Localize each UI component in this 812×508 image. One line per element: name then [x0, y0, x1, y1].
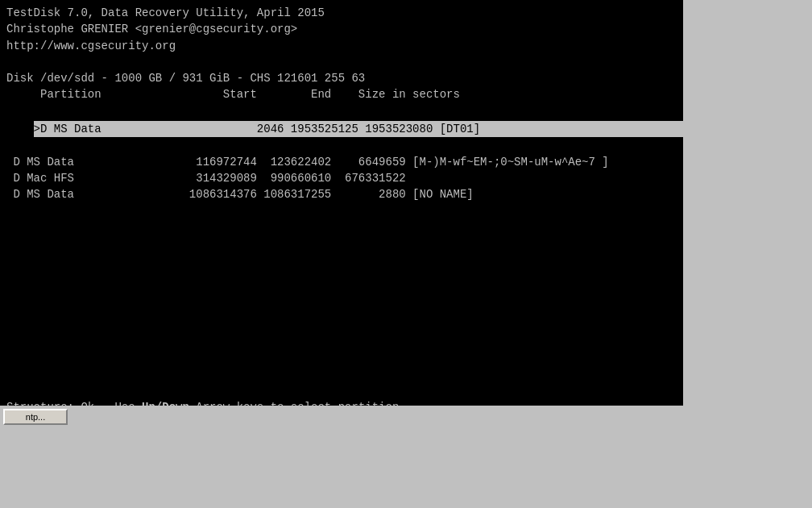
- partition-row-3[interactable]: D Mac HFS 314329089 990660610 676331522: [6, 170, 677, 186]
- blank-line-11: [6, 350, 677, 366]
- blank-line-4: [6, 235, 677, 252]
- status-line-1: Structure: Ok. Use Up/Down Arrow keys to…: [6, 399, 677, 406]
- selected-partition-highlight: >D MS Data 2046 1953525125 1953523080 [D…: [34, 121, 683, 137]
- partition-row-1-selected[interactable]: >D MS Data 2046 1953525125 1953523080 [D…: [6, 105, 677, 154]
- blank-line-9: [6, 318, 677, 334]
- header-line-3: http://www.cgsecurity.org: [6, 38, 677, 54]
- partition-row-2[interactable]: D MS Data 116972744 123622402 6649659 [M…: [6, 154, 677, 170]
- blank-line-2: [6, 203, 677, 219]
- header-line-1: TestDisk 7.0, Data Recovery Utility, Apr…: [6, 5, 677, 21]
- taskbar: ntp...: [0, 406, 812, 508]
- column-header: Partition Start End Size in sectors: [6, 86, 677, 102]
- taskbar-button[interactable]: ntp...: [3, 409, 68, 425]
- blank-line-5: [6, 252, 677, 268]
- blank-line-8: [6, 301, 677, 317]
- blank-line-6: [6, 269, 677, 285]
- blank-line-12: [6, 367, 677, 383]
- header-line-2: Christophe GRENIER <grenier@cgsecurity.o…: [6, 21, 677, 37]
- blank-line-10: [6, 334, 677, 350]
- terminal-window: TestDisk 7.0, Data Recovery Utility, Apr…: [0, 0, 683, 406]
- blank-line-7: [6, 285, 677, 301]
- blank-line-1: [6, 54, 677, 70]
- disk-info-line: Disk /dev/sdd - 1000 GB / 931 GiB - CHS …: [6, 70, 677, 86]
- blank-line-13: [6, 383, 677, 399]
- blank-line-3: [6, 219, 677, 235]
- partition-row-4[interactable]: D MS Data 1086314376 1086317255 2880 [NO…: [6, 186, 677, 202]
